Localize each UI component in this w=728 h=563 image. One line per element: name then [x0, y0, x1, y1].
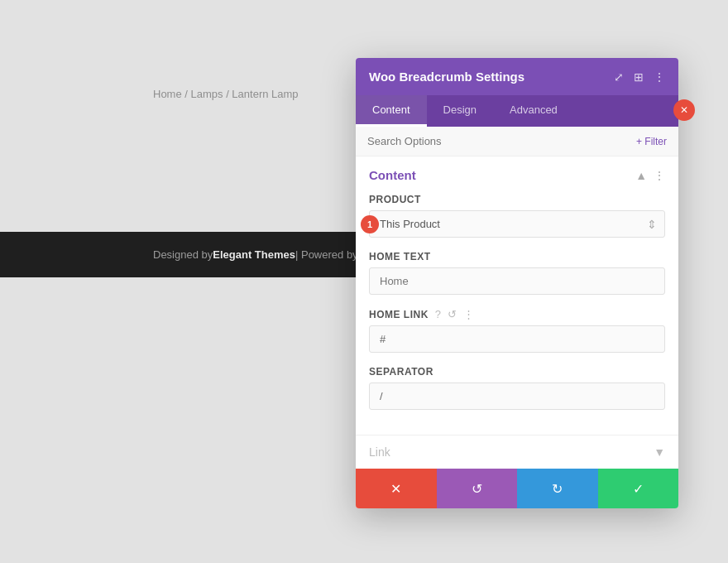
link-section[interactable]: Link ▼ [356, 435, 678, 469]
link-expand-icon: ▼ [654, 445, 665, 459]
product-badge: 1 [361, 215, 379, 233]
product-field-group: Product 1 This Product Custom Product ⇕ [369, 194, 665, 238]
panel-header-icons: ⤢ ⊞ ⋮ [614, 70, 665, 84]
content-section: Content ▲ ⋮ Product 1 This Product Custo… [356, 156, 678, 435]
product-label: Product [369, 194, 665, 205]
home-text-field-group: Home Text [369, 251, 665, 295]
filter-button[interactable]: + Filter [636, 136, 667, 147]
help-icon[interactable]: ? [435, 308, 441, 320]
more-icon[interactable]: ⋮ [654, 70, 665, 84]
section-more-icon[interactable]: ⋮ [654, 169, 665, 182]
home-text-input[interactable] [369, 267, 665, 295]
section-title: Content [369, 168, 416, 182]
link-section-title: Link [369, 445, 390, 459]
home-link-input[interactable] [369, 325, 665, 353]
panel-header: Woo Breadcrumb Settings ⤢ ⊞ ⋮ [356, 58, 678, 95]
save-button[interactable]: ✓ [598, 469, 679, 508]
panel-title: Woo Breadcrumb Settings [369, 70, 524, 84]
expand-icon[interactable]: ⤢ [614, 70, 624, 84]
home-link-label: Home Link [369, 309, 429, 320]
section-header: Content ▲ ⋮ [369, 168, 665, 182]
product-select-wrapper: 1 This Product Custom Product ⇕ [369, 210, 665, 238]
home-link-field-group: Home Link ? ↺ ⋮ [369, 308, 665, 353]
undo-button[interactable]: ↺ [437, 469, 518, 508]
link-more-icon[interactable]: ⋮ [463, 308, 474, 320]
tab-advanced[interactable]: Advanced [493, 95, 574, 127]
redo-button[interactable]: ↻ [517, 469, 598, 508]
home-text-label: Home Text [369, 251, 665, 262]
collapse-icon[interactable]: ▲ [635, 169, 647, 182]
cancel-button[interactable]: ✕ [356, 469, 437, 508]
columns-icon[interactable]: ⊞ [634, 70, 644, 84]
product-select[interactable]: This Product Custom Product [369, 210, 665, 238]
search-bar: + Filter [356, 127, 678, 156]
tab-design[interactable]: Design [427, 95, 493, 127]
panel-tabs: Content Design Advanced [356, 95, 678, 127]
tab-content[interactable]: Content [356, 95, 427, 127]
search-input[interactable] [367, 135, 533, 147]
settings-panel: Woo Breadcrumb Settings ⤢ ⊞ ⋮ Content De… [356, 58, 678, 508]
separator-label: Separator [369, 366, 665, 378]
action-bar: ✕ ↺ ↻ ✓ [356, 469, 678, 508]
home-link-label-row: Home Link ? ↺ ⋮ [369, 308, 665, 320]
panel-body: Content ▲ ⋮ Product 1 This Product Custo… [356, 156, 678, 469]
separator-field-group: Separator [369, 366, 665, 410]
separator-input[interactable] [369, 383, 665, 410]
close-outer-button[interactable]: ✕ [673, 99, 695, 121]
section-controls: ▲ ⋮ [635, 169, 665, 182]
reset-icon[interactable]: ↺ [448, 308, 457, 320]
